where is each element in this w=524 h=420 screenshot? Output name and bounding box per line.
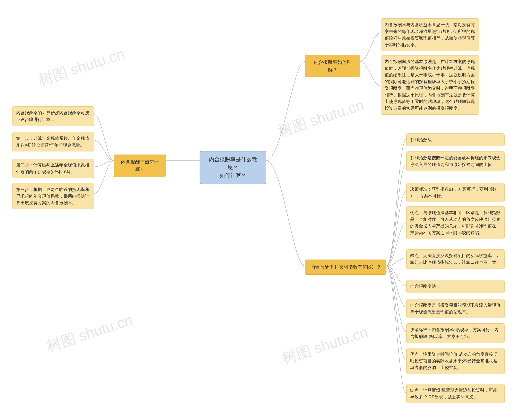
- watermark: 树图 shutu.cn: [36, 44, 127, 90]
- watermark: 树图 shutu.cn: [276, 95, 367, 141]
- leaf-diff-4[interactable]: 缺点：无法直接反映投资项目的实际收益率，计算起来比净现值指标复杂，计算口径也不一…: [406, 249, 505, 269]
- leaf-diff-5[interactable]: 内含报酬率法：: [406, 280, 505, 293]
- leaf-diff-8[interactable]: 优点：注重资金时间价值;从动态的角度直接反映投资项目的实际收益水平;不受行业基准…: [406, 348, 505, 374]
- branch-how-calculate[interactable]: 内含报酬率如何计算？: [114, 155, 166, 177]
- leaf-diff-1[interactable]: 获利指数是按照一定的资金成本折现的未来现金净流入量的现值之和与原始投资之间的比值…: [406, 151, 505, 171]
- branch-how-understand[interactable]: 内含报酬率如何理解？: [305, 55, 360, 77]
- leaf-understand-1[interactable]: 内含报酬率与内含收益率意思一致，指对投资方案未来的每年现金净流量进行贴现，使所得…: [381, 18, 479, 51]
- leaf-diff-7[interactable]: 决策标准：内含报酬率≥贴现率，方案可行，内含报酬率<贴现率，方案不可行。: [406, 324, 505, 343]
- root-node[interactable]: 内含报酬率是什么意思？ 如何计算？: [200, 151, 266, 184]
- leaf-diff-9[interactable]: 缺点：计算麻烦;经营期大量追加投资时，可能导致多个IRR出现，缺乏实际意义。: [406, 384, 505, 403]
- leaf-diff-6[interactable]: 内含报酬率是指投资项目的预期现金流入量现值等于现金流出量现值的贴现率。: [406, 299, 505, 318]
- root-line1: 内含报酬率是什么意思？: [205, 156, 261, 172]
- leaf-diff-2[interactable]: 决策标准：获利指数≥1，方案可行，获利指数<1，方案不可行。: [406, 183, 505, 202]
- leaf-diff-3[interactable]: 优点：与净现值法基本相同，区别是：获利指数是一个相对数，可以从动态的角度反映项目…: [406, 206, 505, 239]
- branch-difference[interactable]: 内含报酬率和获利指数有何区别？: [305, 260, 386, 275]
- leaf-diff-0[interactable]: 获利指数法：: [406, 133, 505, 146]
- leaf-calc-step1[interactable]: 第一步：计算年金现值系数。年金现值系数=初始投资额/每年净现金流量。: [12, 132, 94, 151]
- watermark: 树图 shutu.cn: [44, 310, 135, 356]
- root-line2: 如何计算？: [205, 172, 261, 180]
- leaf-understand-2[interactable]: 内含报酬率法的基本原理是：在计算方案的净现值时，以预期投资报酬率作为贴现率计算，…: [381, 55, 479, 115]
- leaf-calc-step3[interactable]: 第三步：根据上述两个临近的折现率和已求得的年金现值系数，采用内插法计算出该投资方…: [12, 183, 94, 209]
- leaf-calc-intro[interactable]: 内含报酬率的计算步骤内含报酬率可按下述步骤进行计算：: [12, 106, 94, 126]
- watermark: 树图 shutu.cn: [279, 322, 371, 369]
- leaf-calc-step2[interactable]: 第二步：计算出与上述年金现值系数相邻近的两个折现率(a%和b%)。: [12, 159, 94, 178]
